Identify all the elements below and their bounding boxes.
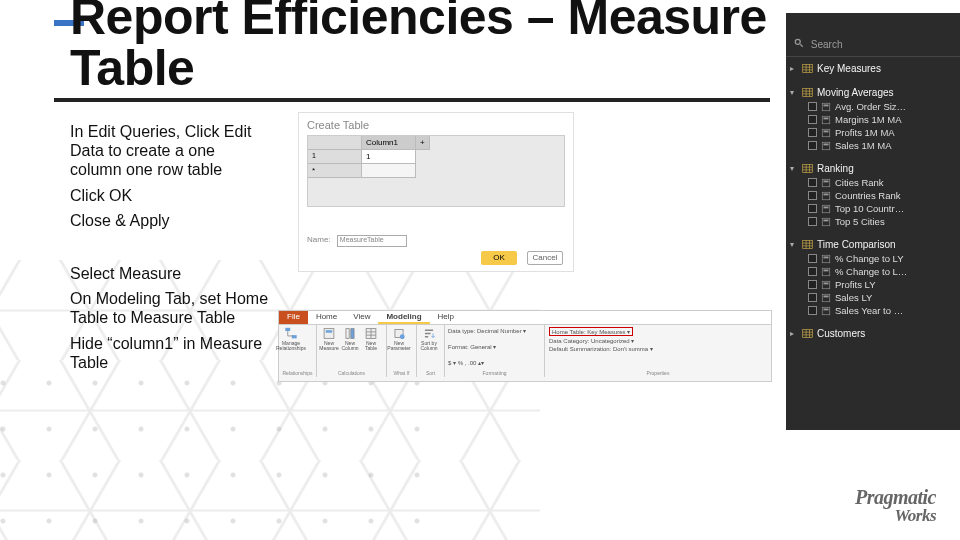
field-item[interactable]: % Change to L… [790,265,958,278]
field-label: Avg. Order Siz… [835,101,906,112]
field-item[interactable]: Sales 1M MA [790,139,958,152]
fields-search[interactable]: Search [786,32,960,57]
grid-cell-1-1[interactable]: 1 [362,150,416,164]
data-category-dropdown[interactable]: Data Category: Uncategorized ▾ [549,337,767,344]
sort-by-column-button[interactable]: Sort byColumn [420,327,438,351]
section-whatif: What If [387,369,417,377]
field-checkbox[interactable] [808,204,817,213]
svg-rect-35 [824,282,829,284]
ribbon: File Home View Modeling Help ManageRelat… [278,310,772,382]
svg-rect-22 [824,180,829,182]
group-label: Ranking [817,163,854,174]
field-item[interactable]: Profits 1M MA [790,126,958,139]
field-item[interactable]: Margins 1M MA [790,113,958,126]
field-checkbox[interactable] [808,254,817,263]
new-column-button[interactable]: NewColumn [341,327,359,351]
svg-rect-40 [803,329,813,337]
svg-rect-29 [803,240,813,248]
measure-icon [821,217,831,227]
field-checkbox[interactable] [808,267,817,276]
measure-icon [821,204,831,214]
tab-view[interactable]: View [345,311,378,324]
instruction-3: Close & Apply [70,211,270,230]
field-checkbox[interactable] [808,280,817,289]
tab-modeling[interactable]: Modeling [378,311,429,324]
instruction-6: Hide “column1” in Measure Table [70,334,270,372]
field-checkbox[interactable] [808,178,817,187]
dialog-title: Create Table [299,113,573,135]
measure-icon [821,306,831,316]
manage-relationships-button[interactable]: ManageRelationships [282,327,300,351]
group-label: Key Measures [817,63,881,74]
field-label: Sales Year to … [835,305,903,316]
field-checkbox[interactable] [808,306,817,315]
field-group-key-measures[interactable]: ▸Key Measures [790,61,958,76]
field-item[interactable]: Sales Year to … [790,304,958,317]
instruction-2: Click OK [70,186,270,205]
field-checkbox[interactable] [808,128,817,137]
svg-rect-39 [824,308,829,310]
field-checkbox[interactable] [808,141,817,150]
cancel-button[interactable]: Cancel [527,251,563,265]
svg-rect-31 [824,256,829,258]
new-parameter-button[interactable]: NewParameter [390,327,408,351]
grid-add-col[interactable]: + [416,136,430,150]
default-summarization-dropdown[interactable]: Default Summarization: Don't summa ▾ [549,345,767,352]
ok-button[interactable]: OK [481,251,517,265]
measure-icon [821,141,831,151]
new-table-button[interactable]: NewTable [362,327,380,351]
decor-dots [0,380,420,540]
fields-pane: Search ▸Key Measures▾Moving AveragesAvg.… [786,32,960,430]
field-checkbox[interactable] [808,115,817,124]
svg-rect-36 [822,294,830,302]
field-label: Top 5 Cities [835,216,885,227]
datatype-dropdown[interactable]: Data type: Decimal Number ▾ [448,327,541,334]
field-label: Cities Rank [835,177,884,188]
field-item[interactable]: Profits LY [790,278,958,291]
tab-file[interactable]: File [279,311,308,324]
tab-home[interactable]: Home [308,311,345,324]
home-table-dropdown[interactable]: Home Table: Key Measures ▾ [549,327,633,336]
data-grid[interactable]: Column1 + 1 1 * [307,135,565,207]
field-group-time-comparison[interactable]: ▾Time Comparison [790,237,958,252]
name-row: Name: MeasureTable [307,235,407,247]
name-label: Name: [307,235,331,244]
tab-help[interactable]: Help [430,311,462,324]
svg-rect-11 [803,88,813,96]
field-item[interactable]: Countries Rank [790,189,958,202]
format-symbols[interactable]: $ ▾ % , .00 ▴▾ [448,359,541,366]
field-checkbox[interactable] [808,293,817,302]
svg-rect-14 [822,116,830,124]
grid-empty-cell[interactable] [362,164,416,178]
svg-rect-3 [326,330,333,332]
field-item[interactable]: Cities Rank [790,176,958,189]
expand-icon: ▾ [790,88,798,97]
instruction-1: In Edit Queries, Click Edit Data to crea… [70,122,270,180]
new-measure-button[interactable]: NewMeasure [320,327,338,351]
field-group-moving-averages[interactable]: ▾Moving Averages [790,85,958,100]
slide-title: Report Efficiencies – Measure Table [70,0,767,94]
field-item[interactable]: Top 5 Cities [790,215,958,228]
field-group-ranking[interactable]: ▾Ranking [790,161,958,176]
svg-rect-21 [822,179,830,187]
field-group-customers[interactable]: ▸Customers [790,326,958,341]
grid-add-row[interactable]: * [308,164,362,178]
field-item[interactable]: Sales LY [790,291,958,304]
field-item[interactable]: Avg. Order Siz… [790,100,958,113]
instruction-block: In Edit Queries, Click Edit Data to crea… [70,122,270,378]
instruction-5: On Modeling Tab, set Home Table to Measu… [70,289,270,327]
field-label: Top 10 Countr… [835,203,904,214]
field-item[interactable]: % Change to LY [790,252,958,265]
grid-col-header[interactable]: Column1 [362,136,416,150]
format-dropdown[interactable]: Format: General ▾ [448,343,541,350]
field-checkbox[interactable] [808,191,817,200]
field-checkbox[interactable] [808,217,817,226]
section-calculations: Calculations [317,369,387,377]
grid-row-index: 1 [308,150,362,164]
field-item[interactable]: Top 10 Countr… [790,202,958,215]
field-checkbox[interactable] [808,102,817,111]
name-input[interactable]: MeasureTable [337,235,407,247]
svg-rect-13 [824,104,829,106]
group-label: Time Comparison [817,239,896,250]
field-label: Sales 1M MA [835,140,892,151]
